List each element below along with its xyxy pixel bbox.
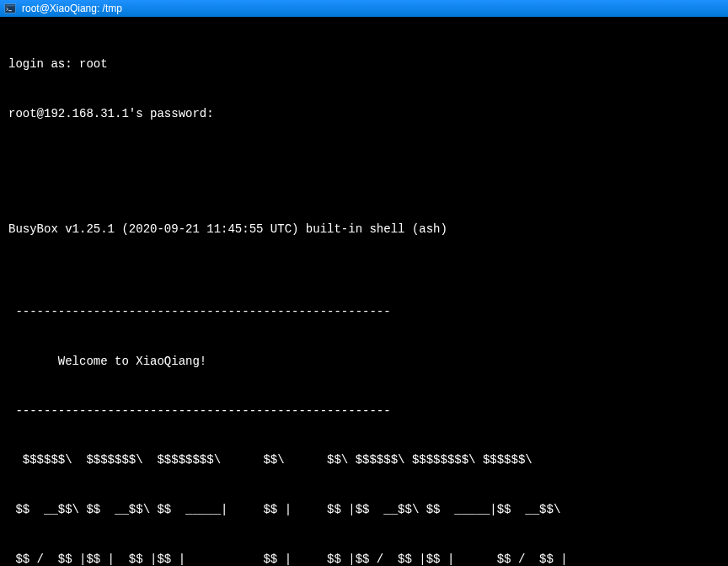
terminal-line: ----------------------------------------… bbox=[8, 304, 720, 321]
window-titlebar[interactable]: root@XiaoQiang: /tmp bbox=[0, 0, 728, 17]
terminal-output[interactable]: login as: root root@192.168.31.1's passw… bbox=[0, 17, 728, 566]
terminal-line: ----------------------------------------… bbox=[8, 403, 720, 420]
terminal-line: BusyBox v1.25.1 (2020-09-21 11:45:55 UTC… bbox=[8, 222, 720, 238]
ascii-art-line: $$ / $$ |$$ | $$ |$$ | $$ | $$ |$$ / $$ … bbox=[8, 552, 720, 566]
terminal-line: login as: root bbox=[8, 56, 720, 73]
ascii-art-line: $$ __$$\ $$ __$$\ $$ _____| $$ | $$ |$$ … bbox=[8, 502, 720, 519]
svg-rect-1 bbox=[6, 5, 15, 7]
ascii-art-line: $$$$$$\ $$$$$$$\ $$$$$$$$\ $$\ $$\ $$$$$… bbox=[8, 452, 720, 469]
terminal-line: Welcome to XiaoQiang! bbox=[8, 354, 720, 371]
window-title: root@XiaoQiang: /tmp bbox=[22, 3, 122, 14]
terminal-icon bbox=[3, 2, 17, 15]
terminal-line: root@192.168.31.1's password: bbox=[8, 106, 720, 123]
